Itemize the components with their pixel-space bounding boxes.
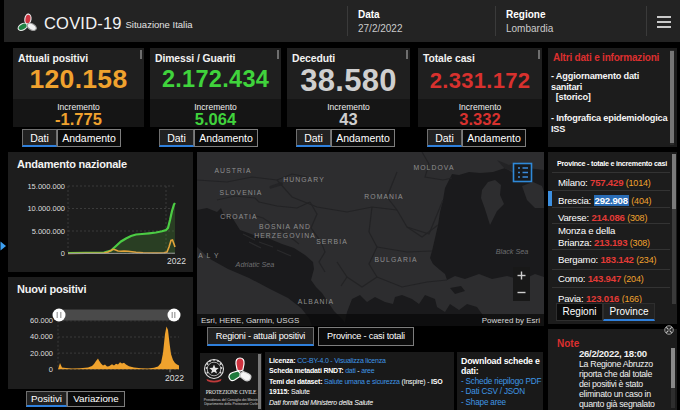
svg-text:ALBANIA: ALBANIA	[298, 298, 334, 305]
svg-text:0: 0	[61, 249, 65, 258]
svg-text:AUSTRIA: AUSTRIA	[214, 167, 251, 174]
svg-text:2022: 2022	[167, 256, 186, 266]
svg-text:BOSNIA AND: BOSNIA AND	[259, 223, 311, 230]
svg-text:Esri, HERE, Garmin, USGS: Esri, HERE, Garmin, USGS	[201, 316, 299, 325]
svg-text:HERZEGOVINA: HERZEGOVINA	[254, 232, 316, 239]
svg-text:Powered by Esri: Powered by Esri	[482, 316, 540, 325]
svg-text:BULGARIA: BULGARIA	[374, 256, 417, 263]
svg-text:A L Y: A L Y	[198, 252, 219, 259]
svg-text:15.000.000: 15.000.000	[27, 182, 65, 191]
svg-text:Black Sea: Black Sea	[496, 247, 528, 256]
svg-text:SERBIA: SERBIA	[316, 238, 348, 245]
svg-text:ROMANIA: ROMANIA	[364, 193, 403, 200]
svg-text:Adriatic Sea: Adriatic Sea	[235, 260, 275, 269]
svg-text:CROATIA: CROATIA	[220, 213, 257, 220]
svg-text:0: 0	[49, 365, 53, 374]
svg-text:60.000: 60.000	[30, 316, 53, 325]
svg-text:20.000: 20.000	[30, 349, 53, 358]
svg-text:10.000.000: 10.000.000	[27, 204, 65, 213]
svg-text:2022: 2022	[165, 373, 184, 383]
svg-text:SLOVENIA: SLOVENIA	[220, 189, 263, 196]
svg-text:5.000.000: 5.000.000	[32, 227, 65, 236]
svg-text:MOLDOVA: MOLDOVA	[413, 164, 454, 171]
svg-text:HUNGARY: HUNGARY	[283, 176, 325, 183]
svg-text:40.000: 40.000	[30, 332, 53, 341]
